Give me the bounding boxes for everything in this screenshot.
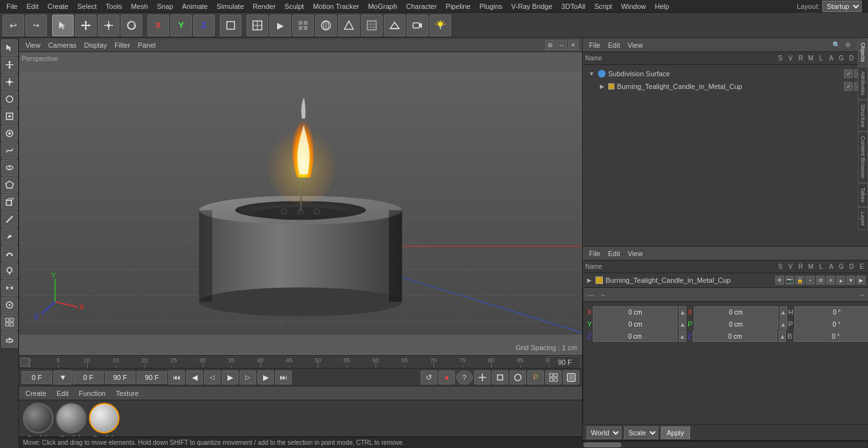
tl-rotate-button[interactable] bbox=[510, 370, 526, 384]
attr-menu-file[interactable]: File bbox=[587, 248, 603, 259]
tool-brush[interactable] bbox=[1, 262, 18, 279]
tl-prev-frame-button[interactable]: ◀ bbox=[186, 370, 203, 384]
redo-button[interactable]: ↪ bbox=[25, 15, 47, 36]
viewport-button[interactable] bbox=[315, 15, 337, 36]
anim-view-button[interactable]: ▶ bbox=[269, 15, 291, 36]
attr-act-up[interactable]: ▲ bbox=[836, 276, 845, 285]
texture-button[interactable] bbox=[361, 15, 383, 36]
tool-rotate[interactable] bbox=[1, 91, 18, 107]
viewport-canvas[interactable]: Perspective bbox=[19, 52, 582, 355]
tool-object[interactable] bbox=[1, 125, 18, 142]
menu-mograph[interactable]: MoGraph bbox=[364, 1, 401, 11]
rtab-structure[interactable]: Structure bbox=[858, 100, 868, 132]
tool-line[interactable] bbox=[1, 211, 18, 227]
obj-icon-gear[interactable]: ⚙ bbox=[843, 40, 853, 50]
tool-grid[interactable] bbox=[1, 314, 18, 330]
viewport-menu-cameras[interactable]: Cameras bbox=[46, 40, 79, 50]
coord-x-pos-up[interactable]: ▲ bbox=[679, 306, 686, 318]
tl-next-key-button[interactable]: ▷ bbox=[240, 370, 256, 384]
tool-box[interactable] bbox=[1, 194, 18, 210]
frame-start-input[interactable] bbox=[73, 371, 104, 384]
tl-autokey-button[interactable]: ● bbox=[438, 370, 455, 384]
attr-menu-edit[interactable]: Edit bbox=[606, 248, 623, 259]
tool-transform[interactable] bbox=[1, 108, 18, 125]
tl-prev-key-button[interactable]: ◁ bbox=[204, 370, 220, 384]
scale-select[interactable]: Scale bbox=[624, 426, 658, 439]
rtab-attributes[interactable]: Attributes bbox=[858, 67, 868, 100]
coord-b-input[interactable] bbox=[794, 330, 868, 342]
menu-vray-bridge[interactable]: V-Ray Bridge bbox=[508, 1, 557, 11]
attr-act-lock[interactable]: 🔒 bbox=[796, 276, 804, 285]
obj-icon-search[interactable]: 🔍 bbox=[831, 40, 841, 50]
material-item-0[interactable]: Tea_ligh bbox=[23, 403, 53, 441]
move-button[interactable] bbox=[75, 15, 97, 36]
world-select[interactable]: World bbox=[587, 426, 621, 439]
obj-expand-tealight[interactable]: ▶ bbox=[598, 83, 606, 90]
menu-window[interactable]: Window bbox=[617, 1, 649, 11]
undo-button[interactable]: ↩ bbox=[3, 15, 24, 36]
tool-workplane[interactable] bbox=[1, 331, 18, 348]
mat-menu-texture[interactable]: Texture bbox=[113, 388, 141, 398]
multi-view-button[interactable] bbox=[292, 15, 314, 36]
attr-act-delete[interactable]: ✕ bbox=[826, 276, 835, 285]
coord-y-pos-input[interactable] bbox=[593, 318, 677, 330]
frame-preview-input[interactable] bbox=[137, 371, 167, 384]
material-item-2[interactable]: Tea_ligh bbox=[89, 403, 119, 441]
tl-loop-button[interactable]: ↺ bbox=[421, 370, 437, 384]
timeline-end-frame[interactable]: 90 F bbox=[549, 356, 581, 369]
viewport-menu-display[interactable]: Display bbox=[81, 40, 109, 50]
tl-next-frame-button[interactable]: ▶ bbox=[257, 370, 274, 384]
tl-play-button[interactable]: ▶ bbox=[222, 370, 238, 384]
z-axis-button[interactable]: Z bbox=[193, 15, 215, 36]
menu-create[interactable]: Create bbox=[44, 1, 72, 11]
obj-menu-edit[interactable]: Edit bbox=[606, 40, 623, 50]
scene-button[interactable] bbox=[384, 15, 405, 36]
mat-menu-create[interactable]: Create bbox=[23, 388, 49, 398]
coord-x-pos-input[interactable] bbox=[593, 306, 677, 318]
scale-button[interactable] bbox=[98, 15, 119, 36]
menu-sculpt[interactable]: Sculpt bbox=[281, 1, 308, 11]
menu-character[interactable]: Character bbox=[402, 1, 440, 11]
viewport-menu-view[interactable]: View bbox=[23, 40, 43, 50]
tl-help-button[interactable]: ? bbox=[456, 370, 473, 384]
rtab-objects[interactable]: Objects bbox=[858, 38, 868, 67]
render-view-button[interactable] bbox=[247, 15, 268, 36]
bottom-scrollbar[interactable] bbox=[582, 440, 868, 448]
tool-magnet[interactable] bbox=[1, 245, 18, 262]
menu-simulate[interactable]: Simulate bbox=[213, 1, 248, 11]
tl-last-frame-button[interactable]: ⏭ bbox=[275, 370, 292, 384]
coord-x-size-up[interactable]: ▲ bbox=[780, 306, 787, 318]
rtab-content-browser[interactable]: Content Browser bbox=[858, 132, 868, 183]
coord-y-pos-up[interactable]: ▲ bbox=[679, 318, 686, 330]
menu-edit[interactable]: Edit bbox=[23, 1, 43, 11]
coord-y-size-up[interactable]: ▲ bbox=[780, 318, 787, 330]
tool-poly[interactable] bbox=[1, 177, 18, 193]
tool-spline[interactable] bbox=[1, 142, 18, 159]
tl-record-button[interactable]: P bbox=[527, 370, 544, 384]
attr-act-settings[interactable]: ⚙ bbox=[816, 276, 825, 285]
coord-h-input[interactable] bbox=[794, 306, 868, 318]
attr-act-down[interactable]: ▼ bbox=[846, 276, 855, 285]
rotate-button[interactable] bbox=[121, 15, 142, 36]
x-axis-button[interactable]: X bbox=[147, 15, 169, 36]
obj-act-tealight-visible[interactable]: ✓ bbox=[844, 82, 853, 91]
menu-3dtoall[interactable]: 3DToAll bbox=[557, 1, 589, 11]
viewport-menu-filter[interactable]: Filter bbox=[112, 40, 132, 50]
attr-menu-view[interactable]: View bbox=[625, 248, 646, 259]
apply-button[interactable]: Apply bbox=[661, 426, 690, 439]
frame-end-input[interactable] bbox=[105, 371, 135, 384]
rtab-layer[interactable]: Layer bbox=[858, 207, 868, 231]
viewport-arrows-icon[interactable]: ↔ bbox=[557, 40, 567, 50]
attr-act-right[interactable]: ▶ bbox=[857, 276, 865, 285]
attr-row-tealight[interactable]: ▶ Burning_Tealight_Candle_in_Metal_Cup 👁… bbox=[583, 273, 868, 287]
coord-z-pos-up[interactable]: ▲ bbox=[679, 330, 686, 342]
menu-file[interactable]: File bbox=[3, 1, 22, 11]
tool-scale[interactable] bbox=[1, 74, 18, 90]
tl-dropdown[interactable]: ▼ bbox=[53, 370, 72, 384]
frame-current-input[interactable] bbox=[22, 371, 52, 384]
tl-move-button[interactable] bbox=[474, 370, 491, 384]
menu-select[interactable]: Select bbox=[74, 1, 101, 11]
tl-grid-button[interactable] bbox=[545, 370, 562, 384]
menu-render[interactable]: Render bbox=[249, 1, 280, 11]
menu-snap[interactable]: Snap bbox=[153, 1, 177, 11]
